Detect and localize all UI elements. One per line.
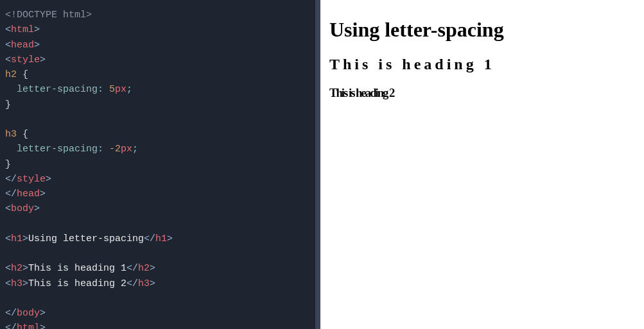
h3-content: This is heading 2 bbox=[28, 278, 126, 289]
preview-heading-3: This is heading 2 bbox=[329, 86, 635, 100]
head-open-tag: head bbox=[11, 40, 34, 51]
style-open-tag: style bbox=[11, 55, 40, 65]
html-close-tag: html bbox=[17, 323, 40, 329]
code-editor-panel[interactable]: <!DOCTYPE html> <html> <head> <style> h2… bbox=[0, 0, 315, 329]
h2-open: h2 bbox=[11, 263, 22, 274]
preview-heading-2: This is heading 1 bbox=[329, 56, 635, 73]
preview-heading-1: Using letter-spacing bbox=[329, 18, 635, 42]
selector-h2: h2 bbox=[5, 69, 17, 80]
selector-h3: h3 bbox=[5, 129, 17, 140]
property-letter-spacing-2: letter-spacing bbox=[17, 144, 98, 155]
preview-panel: Using letter-spacing This is heading 1 T… bbox=[320, 0, 644, 329]
h1-content: Using letter-spacing bbox=[28, 233, 144, 244]
doctype-line: <!DOCTYPE html> bbox=[5, 10, 92, 21]
body-open-tag: body bbox=[11, 203, 34, 214]
h1-open: h1 bbox=[11, 233, 22, 244]
panel-divider bbox=[315, 0, 320, 329]
html-open-tag: html bbox=[11, 24, 34, 35]
value-neg2: -2 bbox=[109, 144, 121, 155]
code-content: <!DOCTYPE html> <html> <head> <style> h2… bbox=[5, 8, 310, 329]
property-letter-spacing: letter-spacing bbox=[17, 84, 98, 95]
h3-open: h3 bbox=[11, 278, 22, 289]
style-close-tag: style bbox=[17, 174, 46, 185]
head-close-tag: head bbox=[17, 189, 40, 199]
h2-content: This is heading 1 bbox=[28, 263, 126, 274]
body-close-tag: body bbox=[17, 308, 40, 319]
value-5: 5 bbox=[109, 84, 115, 95]
